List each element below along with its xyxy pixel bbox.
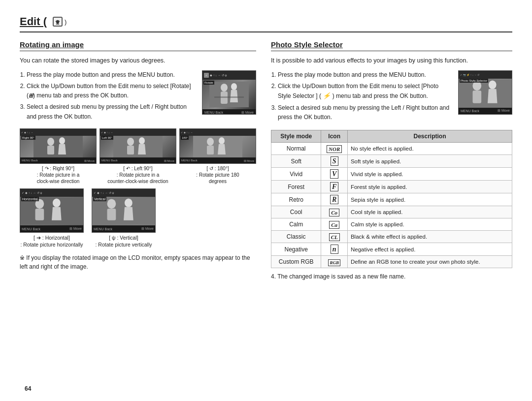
svg-point-16	[207, 138, 214, 146]
icon-forest: F	[321, 181, 348, 193]
right-section-title: Photo Style Selector	[271, 40, 512, 51]
page-header: Edit ( )	[20, 15, 512, 32]
right-steps-text: Press the play mode button and press the…	[271, 70, 453, 124]
svg-rect-25	[107, 209, 116, 220]
cam-screen-180: ✓ ◆ ↑ ↓ → 180°	[179, 128, 256, 164]
svg-point-3	[221, 84, 228, 92]
step-1: Press the play mode button and press the…	[27, 70, 197, 80]
right-step-2: Click the Up/Down button from the Edit m…	[278, 82, 453, 101]
mode-vivid: Vivid	[271, 168, 321, 181]
mode-cool: Cool	[271, 206, 321, 218]
step-2: Click the Up/Down button from the Edit m…	[27, 82, 197, 100]
cam-screen-left90: ✓ ◆ ↑ ↓ → Left 90°	[100, 128, 176, 164]
cam-right-label: Photo Style Selector	[460, 79, 488, 83]
right-steps-area: Press the play mode button and press the…	[271, 70, 512, 124]
cam-md-label: Horizontal	[21, 197, 39, 201]
icon-normal: NOR	[321, 143, 348, 155]
left-steps-text: Press the play mode button and press the…	[20, 70, 197, 123]
left-intro: You can rotate the stored images by vari…	[20, 56, 256, 65]
cam-right-bot: MENU Back ⊞ Move	[459, 108, 512, 114]
svg-rect-9	[47, 146, 54, 154]
table-row: Custom RGB RGB Define an RGB tone to cre…	[271, 256, 512, 268]
right-intro: It is possible to add various effects to…	[271, 56, 512, 65]
cam-sm-bot: MENU Back ⊞ Move	[20, 158, 96, 163]
desc-forest: Forest style is applied.	[347, 181, 512, 193]
left-steps-area: Press the play mode button and press the…	[20, 70, 256, 123]
cam-right-top: ✓ 📷 ⚡ ↑ ↓ → ↺	[459, 71, 512, 79]
style-table: Style mode Icon Description Normal NOR N…	[271, 130, 512, 268]
cam-md-label2: Vertical	[93, 197, 106, 201]
table-row: Retro R Sepia style is applied.	[271, 193, 512, 206]
cam-screen-vert: ✓ ◆ ↑ ↓ → ↺ ψ Vertical	[92, 188, 156, 233]
svg-point-12	[127, 138, 134, 146]
svg-rect-15	[193, 136, 242, 157]
svg-point-8	[47, 138, 54, 146]
cam-md-top2: ✓ ◆ ↑ ↓ → ↺ ψ	[92, 189, 155, 197]
desc-normal: No style effect is applied.	[347, 143, 512, 155]
mode-custom-rgb: Custom RGB	[271, 256, 321, 268]
desc-vivid: Vivid style is applied.	[347, 168, 512, 181]
svg-rect-6	[214, 96, 244, 98]
rotate-180-caption: [ ↺ : 180°]: Rotate picture 180degrees	[196, 165, 239, 185]
cam-screen-right-col: ✓ 📷 ⚡ ↑ ↓ → ↺ Photo Style Selector	[458, 70, 512, 115]
cam-sm-label: Right 90°	[21, 136, 35, 140]
cam-sm-label2: Left 90°	[101, 136, 113, 140]
desc-negative: Negative effect is applied.	[347, 243, 512, 256]
desc-cool: Cool style is applied.	[347, 206, 512, 218]
cam-sm-top3: ✓ ◆ ↑ ↓ →	[180, 129, 256, 136]
cam-md-bot2: MENU Back ⊞ Move	[92, 226, 155, 232]
footer-note: 4. The changed image is saved as a new f…	[271, 273, 512, 280]
col-icon: Icon	[321, 130, 348, 143]
cam-screen-right90: ✓ ◆ ↑ ↓ → Right 90°	[20, 128, 97, 164]
rotate-right90-item: ✓ ◆ ↑ ↓ → Right 90°	[20, 128, 97, 185]
cam-sm-top2: ✓ ◆ ↑ ↓ →	[100, 129, 176, 136]
svg-rect-13	[127, 146, 134, 154]
mode-forest: Forest	[271, 181, 321, 193]
svg-point-26	[125, 198, 133, 207]
flip-vertical-item: ✓ ◆ ↑ ↓ → ↺ ψ Vertical	[92, 188, 156, 248]
flip-vert-caption: [ ψ : Vertical]: Rotate picture vertical…	[96, 234, 152, 248]
table-row: Calm Ca Calm style is applied.	[271, 218, 512, 231]
rotate-options-row: ✓ ◆ ↑ ↓ → Right 90°	[20, 128, 256, 185]
mode-retro: Retro	[271, 193, 321, 206]
svg-rect-17	[207, 146, 214, 154]
mode-classic: Classic	[271, 231, 321, 243]
icon-custom-rgb: RGB	[321, 256, 348, 268]
cam-sm-image3	[180, 136, 256, 157]
cam-label-rotate: Rotate	[203, 81, 214, 85]
cam-md-top: ✓ ◆ ↑ ↓ → ↺ ψ	[20, 189, 83, 197]
icon-calm: Ca	[321, 218, 348, 231]
cam-right-image	[459, 79, 512, 108]
step-3: Select a desired sub menu by pressing th…	[27, 102, 197, 121]
svg-point-18	[219, 137, 225, 144]
icon-classic: CL	[321, 231, 348, 243]
cam-md-bot: MENU Back ⊞ Move	[20, 226, 83, 232]
desc-calm: Calm style is applied.	[347, 218, 512, 231]
right-step-3: Select a desired sub menu by pressing th…	[278, 103, 453, 122]
edit-icon	[51, 15, 65, 29]
icon-vivid: V	[321, 168, 348, 181]
svg-point-1	[57, 21, 59, 23]
table-row: Negative n Negative effect is applied.	[271, 243, 512, 256]
flip-horizontal-item: ✓ ◆ ↑ ↓ → ↺ ψ Horizontal	[20, 188, 84, 248]
cam-icon: ✓	[204, 73, 209, 78]
cam-screen-horiz: ✓ ◆ ↑ ↓ → ↺ ψ Horizontal	[20, 188, 84, 233]
left-column: Rotating an image You can rotate the sto…	[20, 40, 256, 391]
svg-rect-7	[33, 136, 83, 157]
rotate-left90-item: ✓ ◆ ↑ ↓ → Left 90°	[100, 128, 176, 185]
svg-point-14	[139, 137, 145, 144]
svg-point-24	[107, 199, 116, 209]
svg-rect-23	[92, 197, 155, 225]
flip-horiz-caption: [ ➔ : Horizontal]: Rotate picture horizo…	[20, 234, 83, 248]
mode-soft: Soft	[271, 155, 321, 168]
cam-move: ⊞ Move	[241, 111, 254, 115]
table-row: Vivid V Vivid style is applied.	[271, 168, 512, 181]
page-title: Edit (	[20, 15, 47, 28]
table-row: Forest F Forest style is applied.	[271, 181, 512, 193]
rotate-right90-caption: [ ↷ : Right 90°]: Rotate picture in aclo…	[37, 165, 80, 185]
col-style-mode: Style mode	[271, 130, 321, 143]
rotate-left90-caption: [ ↶ : Left 90°]: Rotate picture in acoun…	[107, 165, 168, 185]
flip-options-row: ✓ ◆ ↑ ↓ → ↺ ψ Horizontal	[20, 188, 256, 248]
content-columns: Rotating an image You can rotate the sto…	[20, 40, 512, 391]
page-number: 64	[25, 385, 31, 392]
